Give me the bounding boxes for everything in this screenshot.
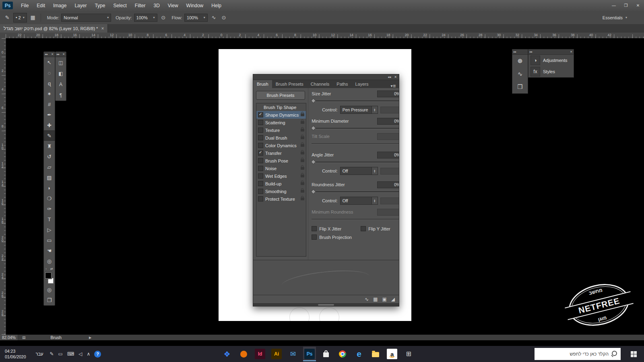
tab-paths[interactable]: Paths xyxy=(333,80,351,88)
close-tab-icon[interactable]: × xyxy=(101,26,104,31)
store-icon[interactable] xyxy=(320,347,332,361)
flip-y-checkbox[interactable] xyxy=(361,226,366,231)
roundness-jitter-value[interactable]: 0% xyxy=(377,181,399,188)
brush-presets-button[interactable]: Brush Presets xyxy=(256,91,305,100)
brush-setting-wet-edges[interactable]: Wet Edges xyxy=(256,172,306,180)
screen-mode-icon[interactable]: ❐ xyxy=(44,295,55,305)
panel-pair-icon-2[interactable]: ◧ xyxy=(56,68,66,79)
indesign-icon[interactable]: Id xyxy=(254,347,266,361)
mail-icon[interactable]: ✉ xyxy=(287,347,299,361)
flip-x-checkbox[interactable] xyxy=(312,226,317,231)
checkbox[interactable] xyxy=(258,196,263,202)
flow-field[interactable]: 100% ▾ xyxy=(184,14,208,22)
restore-button[interactable]: ❐ xyxy=(620,0,632,11)
language-indicator[interactable]: עבר xyxy=(33,352,46,356)
roundness-jitter-slider[interactable] xyxy=(312,191,399,193)
checkbox[interactable] xyxy=(258,158,263,163)
lasso-tool[interactable]: ɋ xyxy=(44,78,55,88)
checkbox[interactable] xyxy=(258,166,263,171)
brush-setting-shape-dynamics[interactable]: Shape Dynamics xyxy=(256,111,306,119)
menu-item-image[interactable]: Image xyxy=(49,0,70,11)
status-arrow-icon[interactable]: ▶ xyxy=(89,336,91,339)
min-diameter-value[interactable]: 0% xyxy=(377,118,399,125)
new-brush-icon[interactable]: ▣ xyxy=(382,296,386,302)
styles-panel-tab[interactable]: fx Styles xyxy=(528,66,574,77)
brush-tool-icon[interactable]: ✎ xyxy=(3,13,11,22)
clone-stamp-tool[interactable]: ♜ xyxy=(44,141,55,151)
brush-setting-color-dynamics[interactable]: Color Dynamics xyxy=(256,142,306,149)
opacity-field[interactable]: 100% ▾ xyxy=(134,14,157,22)
healing-brush-tool[interactable]: ✚ xyxy=(44,120,55,130)
illustrator-icon[interactable]: Ai xyxy=(270,347,283,361)
netfree-tray-icon[interactable]: ? xyxy=(94,351,101,358)
hand-tool[interactable]: ☚ xyxy=(44,245,55,256)
zoom-tool[interactable]: ◎ xyxy=(44,256,55,266)
menu-item-window[interactable]: Window xyxy=(182,0,208,11)
brush-preset-picker[interactable]: • 2 ▾ xyxy=(13,13,27,23)
cube-icon[interactable]: ❒ xyxy=(512,80,528,93)
panel-pair-icon-1[interactable]: ◫ xyxy=(56,57,66,68)
collapse-panel-icon[interactable]: ▸▸ xyxy=(45,53,48,56)
amazon-icon[interactable]: a xyxy=(386,347,398,361)
crop-tool[interactable]: # xyxy=(44,99,55,109)
color-swatches[interactable] xyxy=(45,272,54,284)
size-jitter-value[interactable]: 0% xyxy=(377,90,399,97)
airbrush-icon[interactable]: ∿ xyxy=(210,13,218,22)
brush-setting-smoothing[interactable]: Smoothing xyxy=(256,187,306,195)
min-diameter-slider[interactable] xyxy=(312,128,399,129)
quick-mask-icon[interactable]: ◎ xyxy=(44,284,55,295)
character-panel-icon[interactable]: A xyxy=(56,79,66,90)
tool-preset-icon[interactable]: ▦ xyxy=(29,13,37,22)
checkbox[interactable] xyxy=(258,112,263,117)
volume-icon[interactable]: ◁ xyxy=(78,351,82,357)
marquee-tool[interactable]: ◌ xyxy=(44,68,55,78)
tab-brush-presets[interactable]: Brush Presets xyxy=(272,80,307,88)
preset-grid-icon[interactable]: ▦ xyxy=(373,296,378,302)
tab-channels[interactable]: Channels xyxy=(307,80,333,88)
resize-gripper-icon[interactable]: ◢ xyxy=(391,296,395,302)
taskbar-clock[interactable]: 04:23 01/06/2020 xyxy=(2,348,29,360)
history-brush-tool[interactable]: ↺ xyxy=(44,151,55,162)
zoom-level[interactable]: 82.04% xyxy=(0,335,18,340)
photoshop-icon[interactable]: Ps xyxy=(303,347,316,361)
panel-scrollbar[interactable] xyxy=(253,303,399,306)
paragraph-panel-icon[interactable]: ¶ xyxy=(56,90,66,101)
close-panel-icon[interactable]: ✕ xyxy=(62,53,65,56)
brush-tool[interactable]: ✎ xyxy=(44,130,55,141)
path-select-tool[interactable]: ▷ xyxy=(44,224,55,235)
roundness-control-dropdown[interactable]: Off ▲▼ xyxy=(340,197,378,205)
collapse-panel-icon[interactable]: ▸▸ xyxy=(57,53,60,56)
pen-icon[interactable]: ✎ xyxy=(50,351,54,357)
collapse-panel-icon[interactable]: ▸▸ xyxy=(514,50,516,53)
tab-layers[interactable]: Layers xyxy=(351,80,372,88)
menu-item-type[interactable]: Type xyxy=(91,0,109,11)
collapse-panel-icon[interactable]: ◂◂ xyxy=(388,75,391,79)
brush-setting-build-up[interactable]: Build-up xyxy=(256,180,306,187)
checkbox[interactable] xyxy=(258,128,263,133)
menu-item-file[interactable]: File xyxy=(17,0,33,11)
checkbox[interactable] xyxy=(258,150,263,156)
edge-icon[interactable]: e xyxy=(353,347,365,361)
workspace-switcher[interactable]: Essentials ▾ xyxy=(603,15,627,20)
brush-setting-texture[interactable]: Texture xyxy=(256,126,306,134)
swap-colors-icon[interactable]: ⇄ xyxy=(50,267,53,271)
brush-setting-protect-texture[interactable]: Protect Texture xyxy=(256,195,306,203)
minimize-button[interactable]: — xyxy=(608,0,620,11)
dodge-tool[interactable]: ❍ xyxy=(44,193,55,204)
checkbox[interactable] xyxy=(258,135,263,140)
pen-pressure-size-icon[interactable]: ⊙ xyxy=(220,13,228,22)
checkbox[interactable] xyxy=(258,173,263,179)
shape-tool[interactable]: ▭ xyxy=(44,235,55,245)
chrome-icon[interactable] xyxy=(336,347,349,361)
angle-jitter-slider[interactable] xyxy=(312,162,399,163)
battery-icon[interactable]: ▭ xyxy=(58,351,62,357)
adjustments-panel-tab[interactable]: ◑ Adjustments xyxy=(528,55,574,66)
menu-item-3d[interactable]: 3D xyxy=(149,0,163,11)
menu-item-layer[interactable]: Layer xyxy=(70,0,91,11)
checkbox[interactable] xyxy=(258,181,263,186)
foreground-color-swatch[interactable] xyxy=(45,272,52,279)
close-panel-icon[interactable]: ✕ xyxy=(51,53,54,56)
brush-projection-checkbox[interactable] xyxy=(312,234,317,240)
wheel-icon[interactable]: ☸ xyxy=(512,55,528,68)
size-control-dropdown[interactable]: Pen Pressure ▲▼ xyxy=(340,106,378,114)
